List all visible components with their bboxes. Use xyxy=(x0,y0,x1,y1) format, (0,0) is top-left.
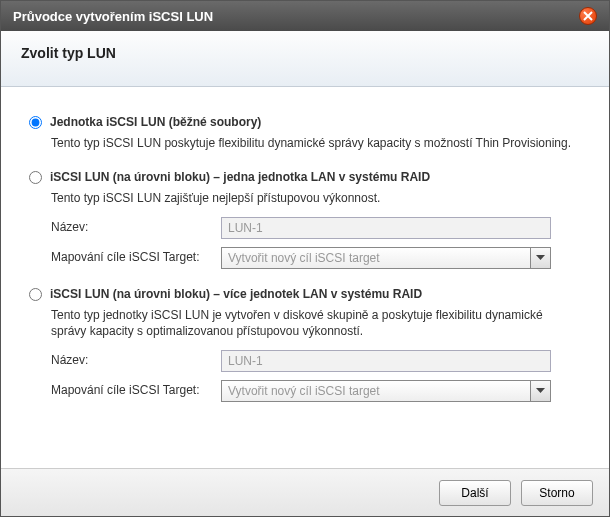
mapping-label: Mapování cíle iSCSI Target: xyxy=(51,380,221,397)
option-desc: Tento typ iSCSI LUN poskytuje flexibilit… xyxy=(51,135,581,152)
page-title: Zvolit typ LUN xyxy=(21,45,589,61)
chevron-down-icon xyxy=(536,388,545,394)
name-input[interactable] xyxy=(221,350,551,372)
radio-block-single[interactable] xyxy=(29,171,42,184)
mapping-label: Mapování cíle iSCSI Target: xyxy=(51,247,221,264)
close-button[interactable] xyxy=(579,7,597,25)
radio-block-multi[interactable] xyxy=(29,288,42,301)
mapping-select-value: Vytvořit nový cíl iSCSI target xyxy=(222,248,530,268)
window-title: Průvodce vytvořením iSCSI LUN xyxy=(13,9,213,24)
option-title: Jednotka iSCSI LUN (běžné soubory) xyxy=(50,115,261,129)
close-icon xyxy=(583,11,593,21)
option-desc: Tento typ jednotky iSCSI LUN je vytvořen… xyxy=(51,307,581,341)
wizard-header: Zvolit typ LUN xyxy=(1,31,609,87)
mapping-select-value: Vytvořit nový cíl iSCSI target xyxy=(222,381,530,401)
next-button[interactable]: Další xyxy=(439,480,511,506)
name-input[interactable] xyxy=(221,217,551,239)
option-title: iSCSI LUN (na úrovni bloku) – jedna jedn… xyxy=(50,170,430,184)
wizard-window: Průvodce vytvořením iSCSI LUN Zvolit typ… xyxy=(0,0,610,517)
chevron-down-icon xyxy=(536,255,545,261)
option-title: iSCSI LUN (na úrovni bloku) – více jedno… xyxy=(50,287,422,301)
name-label: Název: xyxy=(51,350,221,367)
option-desc: Tento typ iSCSI LUN zajišťuje nejlepší p… xyxy=(51,190,581,207)
dropdown-button[interactable] xyxy=(530,248,550,268)
cancel-button[interactable]: Storno xyxy=(521,480,593,506)
footer: Další Storno xyxy=(1,468,609,516)
radio-regular-files[interactable] xyxy=(29,116,42,129)
titlebar: Průvodce vytvořením iSCSI LUN xyxy=(1,1,609,31)
option-regular-files: Jednotka iSCSI LUN (běžné soubory) Tento… xyxy=(29,115,581,152)
option-block-single: iSCSI LUN (na úrovni bloku) – jedna jedn… xyxy=(29,170,581,269)
dropdown-button[interactable] xyxy=(530,381,550,401)
content-area: Jednotka iSCSI LUN (běžné soubory) Tento… xyxy=(1,87,609,467)
mapping-select[interactable]: Vytvořit nový cíl iSCSI target xyxy=(221,380,551,402)
mapping-select[interactable]: Vytvořit nový cíl iSCSI target xyxy=(221,247,551,269)
name-label: Název: xyxy=(51,217,221,234)
option-block-multi: iSCSI LUN (na úrovni bloku) – více jedno… xyxy=(29,287,581,403)
